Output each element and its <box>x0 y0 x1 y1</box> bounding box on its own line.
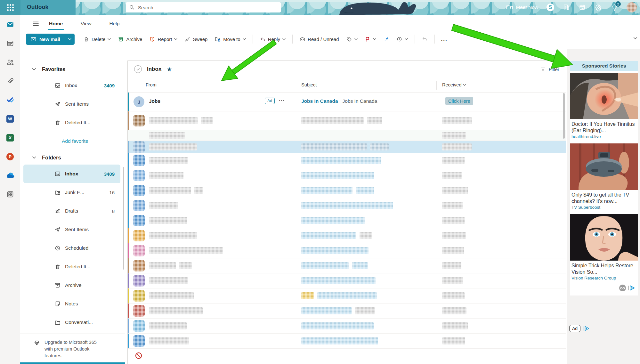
folder-item-inbox[interactable]: Inbox 3409 <box>23 165 120 183</box>
email-row-redacted[interactable] <box>128 183 566 198</box>
filter-button[interactable]: Filter <box>540 66 559 72</box>
email-row-redacted[interactable] <box>128 243 566 258</box>
tab-help[interactable]: Help <box>109 19 120 28</box>
ad-source-link[interactable]: healthtrend.live <box>570 133 638 142</box>
favorite-item-sent[interactable]: Sent Items <box>23 95 120 113</box>
favorites-header[interactable]: Favorites <box>20 62 125 76</box>
folder-item-scheduled[interactable]: Scheduled <box>23 239 120 257</box>
flag-button[interactable] <box>362 34 379 44</box>
sweep-button[interactable]: Sweep <box>182 34 210 44</box>
ad-subject-link[interactable]: Jobs In Canada <box>301 98 338 104</box>
rail-powerpoint-button[interactable]: P <box>5 151 15 162</box>
ad-source-link[interactable]: TV Superboost <box>570 204 638 212</box>
folder-item-drafts[interactable]: Drafts 8 <box>23 202 120 220</box>
folder-item-sent[interactable]: Sent Items <box>23 220 120 239</box>
column-received[interactable]: Received <box>442 82 466 87</box>
redacted-text-block <box>442 143 472 150</box>
sponsored-ad-tinnitus[interactable]: Doctor: If You Have Tinnitus (Ear Ringin… <box>570 73 638 142</box>
folder-item-junk[interactable]: Junk E... 16 <box>23 183 120 202</box>
email-row-ad[interactable]: J Jobs Ad ... Jobs In Canada Jobs In Can… <box>128 93 566 111</box>
toolbar-more-button[interactable]: ... <box>439 36 450 42</box>
add-favorite-link[interactable]: Add favorite <box>62 132 125 150</box>
redacted-text-block <box>301 157 381 164</box>
email-row-partial[interactable] <box>128 349 566 363</box>
email-row-redacted[interactable] <box>128 213 566 228</box>
rail-word-button[interactable]: W <box>5 114 15 124</box>
onenote-feed-button[interactable] <box>563 4 570 11</box>
adchoices-icon[interactable] <box>628 285 635 291</box>
outbrain-logo-icon[interactable] <box>619 284 626 292</box>
move-to-button[interactable]: Move to <box>212 34 248 44</box>
sponsored-ad-tv[interactable]: Only $49 to get all the TV channels? It'… <box>570 143 638 212</box>
column-subject[interactable]: Subject <box>301 82 317 87</box>
meet-now-button[interactable]: Meet Now <box>506 4 538 11</box>
folder-item-deleted[interactable]: Deleted It... <box>23 257 120 276</box>
email-row-redacted[interactable] <box>128 303 566 319</box>
email-row-redacted[interactable] <box>128 273 566 288</box>
favorite-item-inbox[interactable]: Inbox 3409 <box>23 76 120 95</box>
email-row-redacted[interactable] <box>128 319 566 334</box>
folders-header[interactable]: Folders <box>20 150 125 165</box>
rail-todo-button[interactable] <box>5 95 15 105</box>
report-button[interactable]: Report <box>146 34 180 44</box>
skype-button[interactable]: S <box>547 4 554 11</box>
account-avatar[interactable] <box>627 2 637 12</box>
folder-pane-scrollbar[interactable] <box>123 167 124 270</box>
delete-button[interactable]: Delete <box>80 34 114 44</box>
ad-source-link[interactable]: Vision Research Group <box>570 275 638 283</box>
favorite-item-deleted[interactable]: Deleted It... <box>23 113 120 132</box>
ad-click-here-button[interactable]: Click Here <box>445 97 473 105</box>
archive-button[interactable]: Archive <box>115 34 145 44</box>
email-row-redacted[interactable] <box>128 258 566 273</box>
folder-item-conversation-history[interactable]: Conversati... <box>23 313 120 332</box>
rail-people-button[interactable] <box>5 57 15 67</box>
email-row-redacted[interactable] <box>128 168 566 183</box>
search-box[interactable] <box>126 2 281 12</box>
email-row-redacted[interactable] <box>128 111 566 130</box>
tab-home[interactable]: Home <box>48 19 63 28</box>
new-mail-dropdown[interactable] <box>65 34 75 45</box>
message-list-scrollbar[interactable] <box>563 93 565 139</box>
app-launcher-button[interactable] <box>0 0 20 15</box>
new-mail-button[interactable]: New mail <box>26 34 75 45</box>
undo-button[interactable] <box>419 34 431 44</box>
rail-mail-button[interactable] <box>5 19 15 29</box>
categorize-button[interactable] <box>343 34 361 44</box>
nav-toggle-button[interactable] <box>30 19 41 28</box>
rail-excel-button[interactable]: X <box>5 133 15 143</box>
settings-button[interactable] <box>595 4 602 11</box>
folder-item-notes[interactable]: Notes <box>23 295 120 313</box>
search-input[interactable] <box>137 4 278 11</box>
email-row-redacted[interactable] <box>128 198 566 213</box>
email-row-redacted[interactable] <box>128 141 566 153</box>
snooze-button[interactable] <box>393 34 411 44</box>
unread-accent-bar <box>128 168 129 183</box>
read-unread-button[interactable]: Read / Unread <box>296 34 342 44</box>
adchoices-icon[interactable] <box>583 326 590 331</box>
email-row-redacted[interactable] <box>128 334 566 349</box>
email-row-redacted[interactable] <box>128 288 566 303</box>
reply-button[interactable]: Reply <box>257 34 288 44</box>
tips-button[interactable]: 2 <box>611 4 618 11</box>
email-row-redacted[interactable] <box>128 153 566 168</box>
todo-day-button[interactable] <box>579 4 586 11</box>
tab-view[interactable]: View <box>80 19 92 28</box>
collapse-pane-chevron[interactable] <box>633 35 637 41</box>
rail-more-apps-button[interactable] <box>5 189 15 199</box>
ad-marker-label[interactable]: Ad <box>569 325 580 332</box>
folder-item-archive[interactable]: Archive <box>23 276 120 295</box>
sponsored-ad-vision[interactable]: Simple Trick Helps Restore Vision So... … <box>570 214 638 283</box>
upgrade-promo[interactable]: Upgrade to Microsoft 365 with premium Ou… <box>20 334 125 359</box>
pin-button[interactable] <box>380 34 392 44</box>
column-from[interactable]: From <box>146 82 157 87</box>
rail-files-button[interactable] <box>5 76 15 86</box>
email-row-redacted[interactable] <box>128 228 566 243</box>
broom-icon <box>184 36 190 42</box>
redacted-received <box>442 247 464 254</box>
rail-onedrive-button[interactable] <box>5 170 15 181</box>
email-row-redacted[interactable] <box>128 130 566 141</box>
select-all-checkbox[interactable] <box>134 65 142 73</box>
favorite-star-icon[interactable]: ★ <box>166 66 172 73</box>
row-more-button[interactable]: ... <box>279 96 285 102</box>
rail-calendar-button[interactable] <box>5 38 15 48</box>
